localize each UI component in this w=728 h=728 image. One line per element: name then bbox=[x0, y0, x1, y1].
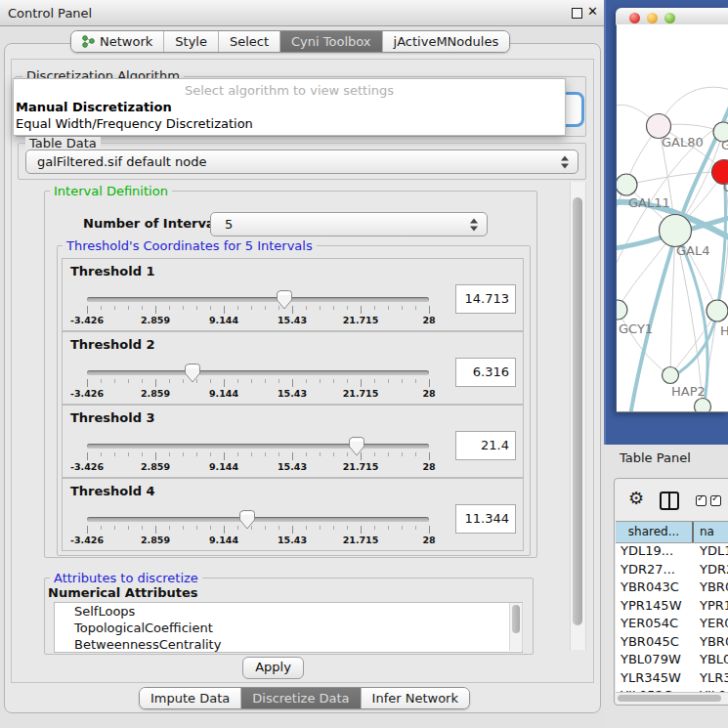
threshold-panel: Threshold 3 -3.4262.8599.14415.4321.7152… bbox=[62, 405, 524, 478]
network-canvas[interactable]: GAL80GACGAL11GAL4GCY1HHAP2 bbox=[617, 24, 728, 412]
cell-shared-name: YLR345W bbox=[621, 669, 681, 688]
tab-label: Network bbox=[100, 34, 152, 49]
cell-name: YBL0 bbox=[700, 651, 728, 669]
attribute-item[interactable]: BetweennessCentrality bbox=[55, 636, 522, 653]
column-header-shared-name[interactable]: shared... bbox=[616, 522, 694, 542]
settings-scrollbar-track[interactable] bbox=[570, 182, 586, 650]
table-row[interactable]: YPR145WYPR1 bbox=[616, 597, 728, 616]
thresholds-group-label: Threshold's Coordinates for 5 Intervals bbox=[63, 239, 317, 252]
checkbox-icon[interactable] bbox=[710, 495, 721, 506]
tab-cyni-toolbox[interactable]: Cyni Toolbox bbox=[280, 31, 383, 52]
threshold-value-field[interactable]: 14.713 bbox=[455, 284, 516, 314]
minimize-traffic-light[interactable] bbox=[647, 13, 658, 23]
scale-tick-label: 2.859 bbox=[141, 315, 170, 325]
network-window-titlebar[interactable] bbox=[616, 8, 728, 25]
node-label: C bbox=[723, 180, 728, 194]
tab-discretize-data[interactable]: Discretize Data bbox=[241, 688, 361, 708]
table-hscrollbar-thumb[interactable] bbox=[618, 695, 721, 702]
cell-name: YLR3 bbox=[700, 669, 728, 688]
scale-tick-label: -3.426 bbox=[70, 315, 104, 325]
tab-label: Infer Network bbox=[372, 691, 458, 706]
scale-tick-label: 15.43 bbox=[278, 388, 307, 399]
network-node-hap2[interactable] bbox=[663, 367, 679, 384]
network-node-h[interactable] bbox=[707, 300, 728, 321]
table-hscrollbar-track[interactable] bbox=[616, 692, 728, 704]
threshold-tick-scale: -3.4262.8599.14415.4321.71528 bbox=[87, 524, 431, 551]
node-table[interactable]: shared... na YDL19...YDL1YDR27...YDR2YBR… bbox=[616, 521, 728, 692]
tab-label: Discretize Data bbox=[252, 691, 349, 706]
threshold-label: Threshold 4 bbox=[70, 484, 155, 498]
float-window-icon[interactable] bbox=[572, 8, 582, 19]
table-row[interactable]: YDR27...YDR2 bbox=[616, 561, 728, 579]
cell-shared-name: YPR145W bbox=[621, 597, 681, 616]
combo-stepper-icon bbox=[470, 218, 478, 231]
threshold-slider-track[interactable] bbox=[87, 370, 429, 375]
node-label: GAL4 bbox=[676, 243, 709, 258]
threshold-slider-track[interactable] bbox=[87, 444, 429, 449]
threshold-value-field[interactable]: 11.344 bbox=[455, 504, 516, 534]
tab-network[interactable]: Network bbox=[71, 31, 164, 52]
gear-icon[interactable]: ⚙ bbox=[628, 490, 644, 507]
close-traffic-light[interactable] bbox=[629, 13, 640, 23]
interval-definition-label: Interval Definition bbox=[50, 185, 172, 197]
algorithm-dropdown-popup: Select algorithm to view settings Manual… bbox=[13, 78, 566, 136]
table-row[interactable]: YER054CYER0 bbox=[616, 615, 728, 633]
tab-jactivemnodules[interactable]: jActiveMNodules bbox=[383, 31, 510, 52]
table-row[interactable]: YDL19...YDL1 bbox=[616, 542, 728, 561]
cell-shared-name: YDR27... bbox=[621, 561, 675, 579]
attribute-item[interactable]: SelfLoops bbox=[55, 603, 522, 620]
network-node[interactable] bbox=[695, 399, 711, 413]
algorithm-option-equal-width[interactable]: Equal Width/Frequency Discretization bbox=[14, 115, 565, 132]
scale-tick-label: 15.43 bbox=[278, 315, 307, 325]
threshold-slider-track[interactable] bbox=[87, 517, 429, 522]
split-table-icon[interactable] bbox=[660, 492, 679, 510]
tab-select[interactable]: Select bbox=[219, 31, 280, 52]
numerical-attributes-list[interactable]: SelfLoopsTopologicalCoefficientBetweenne… bbox=[54, 602, 523, 653]
apply-button[interactable]: Apply bbox=[242, 657, 304, 679]
scale-tick-label: -3.426 bbox=[70, 535, 104, 545]
checkbox-icon[interactable] bbox=[696, 495, 707, 506]
threshold-value-field[interactable]: 21.4 bbox=[455, 431, 516, 460]
node-label: GCY1 bbox=[619, 321, 653, 336]
zoom-traffic-light[interactable] bbox=[664, 13, 675, 23]
table-row[interactable]: YLR345WYLR3 bbox=[616, 669, 728, 688]
scale-tick-label: 2.859 bbox=[141, 388, 170, 399]
tab-infer-network[interactable]: Infer Network bbox=[362, 688, 469, 708]
network-thick-edges bbox=[617, 107, 728, 412]
cell-name: YDR2 bbox=[700, 561, 728, 579]
attributes-scrollbar-track[interactable] bbox=[509, 603, 523, 651]
scale-tick-label: 9.144 bbox=[209, 461, 238, 472]
attributes-scrollbar-thumb[interactable] bbox=[512, 605, 520, 633]
node-label: GA bbox=[721, 138, 728, 152]
cell-name: YBR0 bbox=[700, 578, 728, 597]
scale-tick-label: -3.426 bbox=[70, 388, 104, 399]
network-node-gal11[interactable] bbox=[617, 174, 637, 195]
table-data-selected-value: galFiltered.sif default node bbox=[37, 150, 207, 173]
network-node-gal4[interactable] bbox=[660, 215, 692, 247]
cell-name: YER0 bbox=[700, 615, 728, 633]
threshold-slider-track[interactable] bbox=[87, 297, 429, 302]
tab-style[interactable]: Style bbox=[164, 31, 219, 52]
column-header-name[interactable]: na bbox=[700, 522, 714, 542]
attribute-item[interactable]: TopologicalCoefficient bbox=[55, 620, 522, 636]
network-nodes[interactable]: GAL80GACGAL11GAL4GCY1HHAP2 bbox=[617, 114, 728, 413]
node-label: GAL11 bbox=[628, 195, 670, 210]
scale-tick-label: 28 bbox=[422, 388, 435, 399]
table-header-row: shared... na bbox=[616, 521, 728, 543]
number-of-intervals-combobox[interactable]: 5 bbox=[210, 212, 488, 236]
table-row[interactable]: YBR045CYBR0 bbox=[616, 633, 728, 652]
threshold-tick-scale: -3.4262.8599.14415.4321.71528 bbox=[87, 377, 431, 405]
network-node-gcy1[interactable] bbox=[617, 300, 627, 320]
table-row[interactable]: YBR043CYBR0 bbox=[616, 578, 728, 597]
algorithm-placeholder-option[interactable]: Select algorithm to view settings bbox=[14, 82, 565, 99]
scale-tick-label: -3.426 bbox=[70, 461, 104, 472]
combo-stepper-icon bbox=[561, 155, 569, 168]
table-data-combobox[interactable]: galFiltered.sif default node bbox=[25, 150, 578, 174]
settings-scrollbar-thumb[interactable] bbox=[573, 197, 582, 625]
close-icon[interactable]: ✕ bbox=[587, 4, 598, 19]
algorithm-option-manual[interactable]: Manual Discretization bbox=[14, 99, 565, 115]
table-row[interactable]: YBL079WYBL0 bbox=[616, 651, 728, 669]
scale-tick-label: 21.715 bbox=[343, 315, 379, 325]
tab-impute-data[interactable]: Impute Data bbox=[140, 688, 241, 708]
threshold-value-field[interactable]: 6.316 bbox=[455, 358, 516, 387]
